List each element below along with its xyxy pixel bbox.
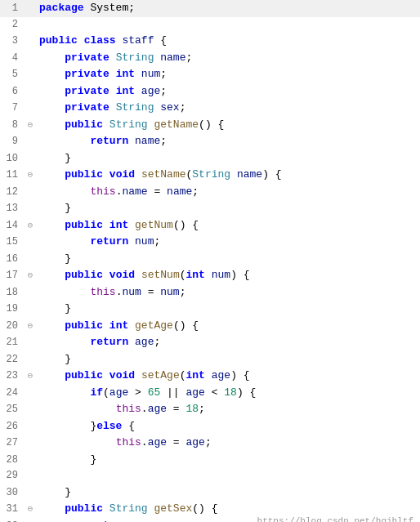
- token-plain: [109, 101, 116, 114]
- table-row: 16 }: [0, 251, 420, 268]
- token-plain: [39, 135, 90, 147]
- token-number: 65: [148, 386, 161, 399]
- token-plain: [103, 118, 109, 131]
- token-plain: =: [167, 436, 185, 448]
- token-kw: public: [65, 219, 103, 231]
- token-plain: [109, 85, 116, 97]
- table-row: 14⊖ public int getNum() {: [0, 217, 420, 234]
- token-plain: [39, 269, 65, 281]
- code-content: public class staff {: [36, 33, 420, 49]
- table-row: 26 }else {: [0, 418, 420, 435]
- fold-indicator[interactable]: ⊖: [25, 368, 36, 385]
- table-row: 17⊖ public void setNum(int num) {: [0, 267, 420, 284]
- line-number: 5: [0, 67, 25, 83]
- token-plain: [39, 502, 65, 515]
- token-plain: }: [39, 453, 96, 466]
- line-number: 16: [0, 252, 25, 268]
- token-kw: public: [65, 269, 103, 281]
- token-plain: ;: [160, 135, 167, 147]
- token-plain: }: [39, 252, 71, 265]
- token-plain: [128, 520, 135, 523]
- table-row: 25 this.age = 18;: [0, 401, 420, 418]
- token-plain: [39, 336, 90, 348]
- token-kw: return: [90, 336, 128, 348]
- fold-indicator[interactable]: ⊖: [25, 167, 36, 184]
- token-plain: [103, 502, 109, 515]
- line-number: 18: [0, 285, 25, 301]
- token-kw: private: [65, 68, 109, 80]
- token-kw: if: [90, 386, 103, 399]
- line-number: 27: [0, 435, 25, 452]
- code-content: public int getAge() {: [36, 318, 420, 334]
- code-content: private int num;: [36, 66, 420, 83]
- token-plain: [39, 51, 65, 64]
- line-number: 10: [0, 151, 25, 167]
- table-row: 31⊖ public String getSex() {: [0, 501, 420, 518]
- token-plain: [39, 118, 65, 131]
- code-content: return name;: [36, 133, 420, 149]
- fold-indicator[interactable]: ⊖: [25, 319, 36, 335]
- token-plain: (: [103, 386, 109, 399]
- table-row: 11⊖ public void setName(String name) {: [0, 167, 420, 184]
- token-plain: () {: [192, 502, 217, 515]
- token-kw: return: [90, 235, 128, 248]
- token-plain: ) {: [230, 269, 249, 281]
- token-kw: int: [109, 219, 128, 231]
- token-plain: [39, 68, 65, 80]
- token-var: num: [141, 68, 160, 80]
- token-plain: [103, 319, 109, 332]
- token-plain: [128, 235, 135, 248]
- table-row: 3public class staff {: [0, 33, 420, 50]
- token-plain: [39, 235, 90, 248]
- token-plain: ;: [154, 235, 160, 248]
- fold-indicator[interactable]: ⊖: [25, 118, 36, 134]
- code-content: this.age = age;: [36, 435, 420, 451]
- token-kw: public: [65, 369, 103, 381]
- table-row: 19 }: [0, 301, 420, 318]
- token-plain: .: [141, 403, 148, 415]
- table-row: 15 return num;: [0, 234, 420, 251]
- watermark: https://blog.csdn.net/hgjhltf: [257, 516, 413, 522]
- token-plain: [39, 386, 90, 399]
- token-method: getAge: [135, 319, 173, 332]
- token-plain: ;: [160, 68, 167, 80]
- token-var: age: [185, 386, 204, 399]
- line-number: 23: [0, 368, 25, 385]
- fold-indicator[interactable]: ⊖: [25, 218, 36, 234]
- token-kw: public: [65, 319, 103, 332]
- token-kw2: this: [90, 286, 115, 298]
- table-row: 5 private int num;: [0, 66, 420, 83]
- fold-indicator[interactable]: ⊖: [25, 268, 36, 284]
- token-plain: ;: [160, 85, 167, 97]
- token-type: String: [192, 168, 230, 181]
- token-plain: [39, 219, 65, 231]
- token-plain: System;: [84, 2, 135, 14]
- token-plain: [128, 336, 135, 348]
- token-plain: }: [39, 486, 71, 498]
- table-row: 1package System;: [0, 0, 420, 17]
- token-plain: }: [39, 152, 71, 164]
- token-plain: [39, 85, 65, 97]
- token-plain: =: [148, 185, 167, 198]
- code-content: private String sex;: [36, 100, 420, 116]
- code-content: this.num = num;: [36, 284, 420, 301]
- code-content: private String name;: [36, 50, 420, 66]
- code-content: if(age > 65 || age < 18) {: [36, 385, 420, 401]
- token-kw: else: [96, 420, 122, 432]
- line-number: 1: [0, 1, 25, 17]
- token-var: age: [148, 403, 167, 415]
- table-row: 27 this.age = age;: [0, 435, 420, 452]
- line-number: 11: [0, 167, 25, 184]
- token-kw: int: [116, 68, 135, 80]
- code-content: }: [36, 351, 420, 368]
- token-type: String: [109, 118, 148, 131]
- fold-indicator[interactable]: ⊖: [25, 502, 36, 518]
- token-plain: (: [180, 269, 186, 281]
- token-plain: [39, 101, 65, 114]
- token-plain: [109, 51, 116, 64]
- token-plain: [135, 369, 141, 381]
- code-content: package System;: [36, 0, 420, 16]
- token-plain: {: [154, 34, 167, 47]
- line-number: 9: [0, 134, 25, 150]
- line-number: 24: [0, 386, 25, 402]
